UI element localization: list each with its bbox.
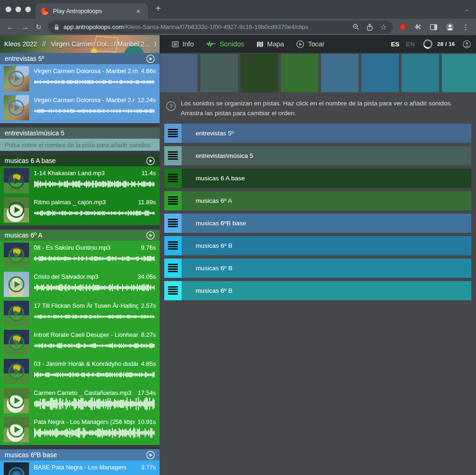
tab-mapa[interactable]: Mapa [256, 40, 284, 48]
track-name-button[interactable]: musicas 6º B [182, 236, 471, 255]
reload-button[interactable]: ↻ [36, 23, 42, 30]
clip-name: 03 - Jaromír Horák & Konrádyho dudácká .… [34, 360, 138, 367]
track-drag-handle[interactable] [164, 146, 182, 165]
audio-clip[interactable]: Introit Rorate Caeli Desuper - Lionheart… [0, 328, 160, 357]
clip-play-icon[interactable] [4, 66, 29, 91]
track-row[interactable]: entrevistas\música 5 [164, 146, 471, 165]
url-text: app.antropoloops.com/Kleos-Santa-Marina/… [64, 23, 346, 30]
app-nav: Info Sonidos Mapa Tocar ES EN 28 / 16 [160, 35, 476, 53]
track-color-swatch [281, 54, 318, 92]
section-clips: 1-14 Khakasian Land.mp3 11.4s Ritmo palm… [0, 166, 160, 225]
clip-play-icon[interactable] [4, 301, 29, 326]
breadcrumb[interactable]: Kleos 2022 // Virgen Carmen Dol... / Mar… [0, 35, 160, 53]
track-row[interactable]: musicas 6ºB base [164, 214, 471, 233]
audio-clip[interactable]: Carmen Carreto _ Castañuelas.mp3 17.54s [0, 386, 160, 416]
clip-play-icon[interactable] [4, 330, 29, 355]
track-row[interactable]: musicas 6º B [164, 236, 471, 255]
clip-play-icon[interactable] [4, 359, 29, 384]
bookmark-star-icon[interactable]: ☆ [380, 23, 387, 31]
browser-menu-icon[interactable]: ⋮ [462, 23, 469, 31]
new-tab-button[interactable]: + [155, 4, 161, 13]
zoom-page-icon[interactable] [352, 23, 359, 30]
track-name-button[interactable]: entrevistas 5º [182, 124, 471, 143]
clip-play-icon[interactable] [4, 95, 29, 120]
tab-search-chevron-icon[interactable]: ⌄ [464, 6, 469, 13]
account-icon[interactable] [462, 40, 471, 49]
audio-clip[interactable]: 03 - Jaromír Horák & Konrádyho dudácká .… [0, 357, 160, 386]
clip-play-icon[interactable] [4, 197, 29, 223]
tab-info[interactable]: Info [172, 40, 194, 48]
back-button[interactable]: ← [7, 23, 15, 31]
section-header[interactable]: musicas 6º A [0, 230, 160, 241]
audio-clip[interactable]: Cristo del Salvador.mp3 34.05s [0, 270, 160, 299]
audio-clip[interactable]: 1-14 Khakasian Land.mp3 11.4s [0, 167, 160, 196]
drag-handle-icon [168, 286, 178, 295]
lang-en-button[interactable]: EN [406, 41, 415, 48]
section-header[interactable]: musicas 6 A base [0, 155, 160, 166]
section-play-button[interactable] [146, 156, 155, 165]
clip-play-icon[interactable] [4, 388, 29, 413]
track-row[interactable]: musicas 6º B [164, 259, 471, 278]
track-name-button[interactable]: musicas 6º B [182, 259, 471, 278]
section-play-button[interactable] [146, 54, 155, 63]
track-row[interactable]: musicas 6º A [164, 191, 471, 210]
browser-toolbar: ← → ↻ app.antropoloops.com/Kleos-Santa-M… [0, 19, 476, 35]
tab-close-icon[interactable]: × [134, 7, 142, 15]
drag-handle-icon [168, 129, 178, 137]
clip-play-icon[interactable] [4, 462, 29, 475]
track-drag-handle[interactable] [164, 259, 182, 278]
track-name-button[interactable]: entrevistas\música 5 [182, 146, 471, 165]
track-row[interactable]: entrevistas 5º [164, 124, 471, 143]
window-minimize-button[interactable] [15, 7, 21, 12]
window-controls[interactable] [6, 7, 31, 12]
clip-thumbnail [4, 301, 29, 326]
breadcrumb-text: Kleos 2022 // Virgen Carmen Dol... / Mar… [4, 40, 156, 48]
tab-strip: Play Antropoloops × + ⌄ [0, 0, 476, 19]
forward-button[interactable]: → [21, 23, 29, 31]
audio-clip[interactable]: Ritmo palmas _ cajón.mp3 11.89s [0, 196, 160, 225]
browser-tab[interactable]: Play Antropoloops × [36, 3, 148, 19]
section-play-button[interactable] [146, 231, 155, 240]
track-drag-handle[interactable] [164, 169, 182, 188]
clip-name: Virgen Carmen Dolorosa - Maribel 2.mp3 [34, 96, 135, 104]
share-icon[interactable] [366, 23, 373, 31]
track-row[interactable]: musicas 6º B [164, 281, 471, 300]
section-header[interactable]: entrevistas 5º [0, 53, 160, 64]
section-play-button[interactable] [146, 451, 155, 460]
track-drag-handle[interactable] [164, 124, 182, 143]
clip-play-icon[interactable] [4, 168, 29, 193]
track-name-button[interactable]: musicas 6º A [182, 191, 471, 210]
audio-clip[interactable]: 08 - Es Sakūru Guntiņu.mp3 9.76s [0, 241, 160, 270]
extensions-puzzle-icon[interactable] [414, 23, 422, 31]
clip-play-icon[interactable] [4, 417, 29, 442]
profile-avatar[interactable] [446, 22, 454, 31]
window-zoom-button[interactable] [25, 7, 31, 12]
audio-clip[interactable]: Virgen Carmen Dolorosa - Maribel 2.mp3 4… [0, 65, 160, 94]
tab-sonidos[interactable]: Sonidos [206, 40, 244, 48]
side-panel-icon[interactable] [430, 23, 438, 31]
track-name-button[interactable]: musicas 6 A base [182, 169, 471, 188]
clip-play-icon[interactable] [4, 272, 29, 297]
audio-clip[interactable]: BASE Pata Negra - Los Managers 3.77s [0, 461, 160, 475]
audio-clip[interactable]: Pata Negra - Los Managers (256 kbps).mp3… [0, 416, 160, 445]
track-name-button[interactable]: musicas 6ºB base [182, 214, 471, 233]
track-drag-handle[interactable] [164, 191, 182, 210]
tab-tocar[interactable]: Tocar [296, 40, 324, 48]
track-drag-handle[interactable] [164, 236, 182, 255]
clip-name: Introit Rorate Caeli Desuper - Lionheart… [34, 331, 138, 338]
audio-clip[interactable]: 17 Till Flickan Som Är Tusen År-Halling … [0, 299, 160, 328]
track-drag-handle[interactable] [164, 281, 182, 300]
section-header[interactable]: entrevistas\música 5 [0, 127, 160, 139]
clip-waveform [34, 368, 156, 382]
recording-indicator-icon[interactable] [399, 23, 406, 30]
clip-play-icon[interactable] [4, 243, 29, 268]
lang-es-button[interactable]: ES [391, 41, 399, 48]
window-close-button[interactable] [6, 7, 11, 12]
section-header[interactable]: musicas 6ºB base [0, 449, 160, 460]
track-drag-handle[interactable] [164, 214, 182, 233]
track-name-button[interactable]: musicas 6º B [182, 281, 471, 300]
track-row[interactable]: musicas 6 A base [164, 169, 471, 188]
audio-clip[interactable]: Virgen Carmen Dolorosa - Maribel 2.mp3 1… [0, 94, 160, 123]
clip-thumbnail [4, 197, 29, 223]
address-bar[interactable]: app.antropoloops.com/Kleos-Santa-Marina/… [48, 21, 393, 34]
